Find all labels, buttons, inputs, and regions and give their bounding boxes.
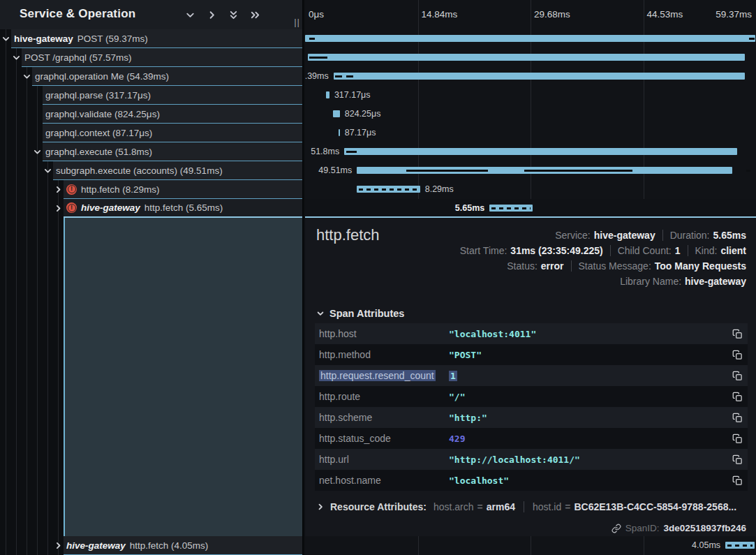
span-id-value: 3de02518937fb246 <box>663 523 746 533</box>
span-row-content[interactable]: POST /graphql (57.57ms) <box>22 48 302 67</box>
span-tree-row[interactable]: http.fetch (8.29ms) <box>0 180 302 199</box>
span-tree-row[interactable]: graphql.context (87.17μs) <box>0 124 302 142</box>
attribute-key: http.method <box>315 349 449 360</box>
chevron-right-icon[interactable] <box>206 9 217 20</box>
copy-icon[interactable] <box>727 329 748 339</box>
tree-header: Service & Operation || <box>0 0 302 29</box>
timeline-row: 824.25μs <box>305 105 756 124</box>
copy-icon[interactable] <box>727 413 748 423</box>
span-duration-label: 5.65ms <box>455 203 484 213</box>
span-row-content[interactable]: graphql.validate (824.25μs) <box>43 105 302 124</box>
span-bar[interactable] <box>333 110 340 117</box>
span-bar[interactable] <box>334 73 746 80</box>
child-span-mark <box>524 170 632 172</box>
span-row-content[interactable]: http.fetch (8.29ms) <box>64 180 302 199</box>
copy-icon[interactable] <box>727 454 748 465</box>
span-bar[interactable] <box>308 54 745 61</box>
span-tree-row[interactable]: hive-gatewayPOST (59.37ms) <box>0 29 302 48</box>
span-bar[interactable] <box>326 91 329 98</box>
span-bar[interactable] <box>344 148 737 155</box>
span-duration-label: 824.25μs <box>345 109 381 119</box>
link-icon[interactable] <box>612 524 621 533</box>
chevron-down-icon[interactable] <box>22 72 31 81</box>
panel-resize-handle[interactable]: || <box>294 17 300 27</box>
copy-icon[interactable] <box>727 392 748 402</box>
span-meta-line: Start Time:31ms (23:35:49.225)Child Coun… <box>460 243 746 258</box>
span-tree-row[interactable]: hive-gatewayhttp.fetch (4.05ms) <box>0 536 302 555</box>
attribute-key: net.host.name <box>315 475 449 486</box>
span-attributes-title: Span Attributes <box>329 308 404 319</box>
chevron-right-icon[interactable] <box>54 185 63 194</box>
span-row-content[interactable]: hive-gatewayPOST (59.37ms) <box>11 29 302 48</box>
attribute-row: http.host"localhost:4011" <box>315 323 748 344</box>
resource-key: host.id <box>533 501 561 512</box>
span-tree-row[interactable]: graphql.execute (51.8ms) <box>0 142 302 161</box>
chevron-right-icon[interactable] <box>316 503 325 511</box>
span-tree-row[interactable]: subgraph.execute (accounts) (49.51ms) <box>0 161 302 180</box>
attribute-key: http.status_code <box>315 433 449 444</box>
operation-label: graphql.execute (51.8ms) <box>45 147 152 157</box>
axis-tick-label: 29.68ms <box>534 9 570 20</box>
attribute-value: "localhost:4011" <box>449 329 727 339</box>
span-tree-row[interactable]: graphql.validate (824.25μs) <box>0 105 302 124</box>
axis-tick-label: 14.84ms <box>422 9 458 20</box>
span-bar[interactable] <box>339 129 340 136</box>
span-row-content[interactable]: graphql.context (87.17μs) <box>43 124 302 142</box>
span-tree-row-selected[interactable]: hive-gatewayhttp.fetch (5.65ms) <box>0 199 302 218</box>
meta-value: Too Many Requests <box>655 260 746 272</box>
resource-attributes-title[interactable]: Resource Attributes: <box>330 501 427 512</box>
span-id-label: SpanID: <box>625 523 660 533</box>
span-tree-row[interactable]: POST /graphql (57.57ms) <box>0 48 302 67</box>
span-attributes-header[interactable]: Span Attributes <box>316 308 404 319</box>
span-tree-row[interactable]: graphql.parse (317.17μs) <box>0 86 302 105</box>
span-bar[interactable] <box>305 35 755 42</box>
copy-icon[interactable] <box>727 350 748 360</box>
divider <box>688 245 688 256</box>
span-row-content[interactable]: graphql.operation Me (54.39ms) <box>32 67 302 86</box>
attribute-value: "/" <box>449 392 727 402</box>
chevron-down-icon[interactable] <box>43 166 52 175</box>
span-tree-row[interactable]: graphql.operation Me (54.39ms) <box>0 67 302 86</box>
operation-label: graphql.validate (824.25μs) <box>45 109 160 119</box>
span-bar[interactable] <box>725 542 755 549</box>
chevron-right-icon[interactable] <box>54 541 63 550</box>
span-bar[interactable] <box>489 205 533 212</box>
double-chevron-down-icon[interactable] <box>228 9 239 20</box>
double-chevron-right-icon[interactable] <box>249 9 260 20</box>
attribute-row: http.status_code429 <box>315 428 748 449</box>
span-row-content[interactable]: hive-gatewayhttp.fetch (5.65ms) <box>64 199 302 218</box>
chevron-down-icon[interactable] <box>184 9 195 20</box>
axis-tick-label: 44.53ms <box>647 9 683 20</box>
service-name: hive-gateway <box>66 540 126 551</box>
span-attributes-table: http.host"localhost:4011"http.method"POS… <box>315 323 748 491</box>
copy-icon[interactable] <box>727 475 748 486</box>
child-span-mark <box>749 38 755 40</box>
span-row-content[interactable]: subgraph.execute (accounts) (49.51ms) <box>53 161 302 180</box>
child-span-mark <box>406 170 487 172</box>
attribute-value: 1 <box>449 371 727 381</box>
span-meta-line: Library Name:hive-gateway <box>460 274 746 289</box>
span-row-content[interactable]: graphql.parse (317.17μs) <box>43 86 302 105</box>
span-row-content[interactable]: hive-gatewayhttp.fetch (4.05ms) <box>64 536 302 555</box>
chevron-down-icon[interactable] <box>12 53 21 62</box>
divider <box>524 501 524 512</box>
copy-icon[interactable] <box>727 434 748 444</box>
span-row-content[interactable]: graphql.execute (51.8ms) <box>43 142 302 161</box>
timeline-row: 8.29ms <box>305 180 756 199</box>
span-duration-label: 87.17μs <box>345 128 376 138</box>
meta-label: Library Name: <box>620 276 681 287</box>
operation-label: http.fetch (4.05ms) <box>130 540 209 551</box>
span-duration-label: 54.39ms <box>305 71 329 81</box>
equals-sign: = <box>477 501 483 512</box>
chevron-right-icon[interactable] <box>54 204 63 213</box>
chevron-down-icon[interactable] <box>33 147 42 156</box>
span-meta-line: Service:hive-gatewayDuration:5.65ms <box>460 228 746 243</box>
timeline-rows: 59.37ms57.57ms54.39ms317.17μs824.25μs87.… <box>305 29 756 218</box>
tree-toolbar <box>184 9 260 20</box>
copy-icon[interactable] <box>727 371 748 381</box>
child-span-mark <box>335 75 342 77</box>
span-tree-bottom: hive-gatewayhttp.fetch (4.05ms) <box>0 536 302 555</box>
chevron-down-icon[interactable] <box>1 34 10 43</box>
operation-label: subgraph.execute (accounts) (49.51ms) <box>56 165 223 176</box>
span-bar[interactable] <box>357 186 420 193</box>
